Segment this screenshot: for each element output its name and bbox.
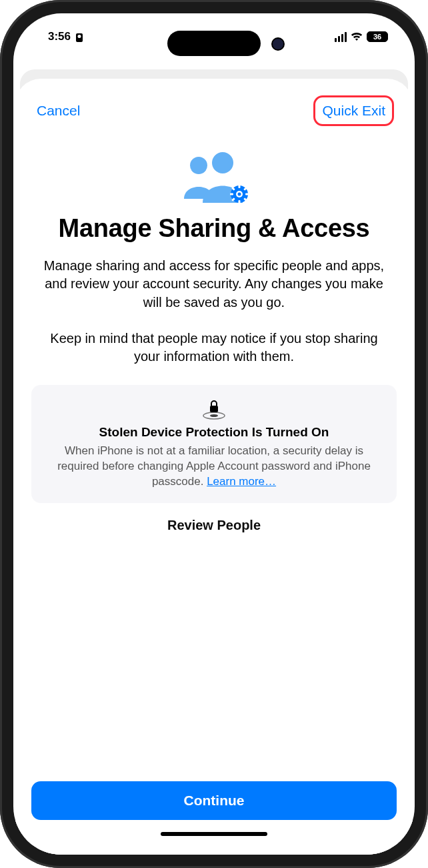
svg-point-1 xyxy=(212,152,233,173)
bottom-bar: Continue xyxy=(15,772,413,855)
dynamic-island xyxy=(167,31,261,56)
cellular-signal-icon xyxy=(335,32,347,42)
svg-point-12 xyxy=(238,193,241,196)
annotation-highlight: Quick Exit xyxy=(313,95,394,126)
page-description-2: Keep in mind that people may notice if y… xyxy=(31,330,397,366)
svg-rect-5 xyxy=(230,193,233,195)
next-section-peek: Review People xyxy=(31,518,397,533)
card-description: When iPhone is not at a familiar locatio… xyxy=(45,444,383,490)
svg-rect-4 xyxy=(239,200,241,203)
modal-sheet: Cancel Quick Exit xyxy=(15,79,413,855)
stolen-device-protection-card: Stolen Device Protection Is Turned On Wh… xyxy=(31,385,397,503)
svg-point-0 xyxy=(190,157,207,174)
device-frame: 3:56 36 Cancel Quick Exit xyxy=(0,0,428,868)
svg-rect-3 xyxy=(239,185,241,188)
svg-rect-6 xyxy=(245,193,249,195)
status-time: 3:56 xyxy=(48,30,71,43)
cancel-button[interactable]: Cancel xyxy=(34,100,83,121)
status-left: 3:56 xyxy=(48,30,83,43)
learn-more-link[interactable]: Learn more… xyxy=(207,475,276,488)
page-description-1: Manage sharing and access for specific p… xyxy=(31,257,397,312)
home-indicator[interactable] xyxy=(161,832,267,836)
svg-point-14 xyxy=(210,414,218,417)
status-right: 36 xyxy=(335,31,388,42)
svg-rect-15 xyxy=(210,406,218,412)
battery-indicator: 36 xyxy=(367,31,388,42)
contact-card-icon xyxy=(76,33,83,42)
wifi-icon xyxy=(351,32,363,41)
card-title: Stolen Device Protection Is Turned On xyxy=(45,425,383,440)
lock-location-icon xyxy=(45,400,383,420)
continue-button[interactable]: Continue xyxy=(31,781,397,820)
sheet-header: Cancel Quick Exit xyxy=(31,96,397,125)
people-gear-icon xyxy=(171,151,257,204)
screen: 3:56 36 Cancel Quick Exit xyxy=(13,13,415,855)
quick-exit-button[interactable]: Quick Exit xyxy=(319,100,388,121)
page-title: Manage Sharing & Access xyxy=(31,213,397,244)
